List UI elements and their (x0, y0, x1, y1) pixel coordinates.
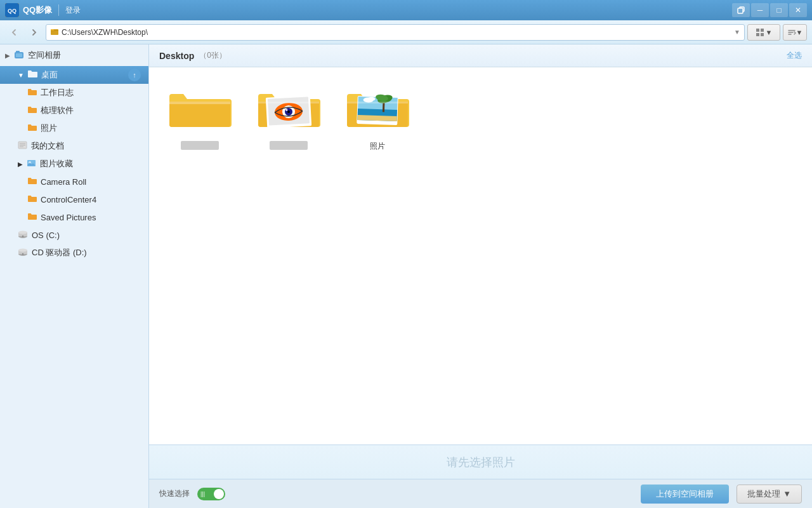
folder-name-1 (181, 141, 219, 150)
forward-button[interactable] (25, 24, 43, 41)
toggle-knob (214, 489, 224, 499)
desktop-folder-icon (28, 70, 37, 80)
cloud-album-toggle-icon: ▶ (5, 52, 10, 59)
svg-rect-9 (16, 51, 20, 53)
sidebar-item-cloud-album[interactable]: ▶ 空间相册 (0, 44, 148, 66)
desktop-expand-icon: ▼ (18, 72, 24, 79)
sidebar-item-work-log[interactable]: 工作日志 (0, 84, 148, 102)
cd-d-icon (18, 248, 28, 258)
app-title: QQ影像 (23, 4, 52, 16)
photos-label: 照片 (41, 123, 57, 134)
saved-pictures-label: Saved Pictures (41, 213, 96, 222)
os-c-label: OS (C:) (32, 231, 60, 240)
address-input[interactable] (62, 28, 731, 37)
titlebar: QQ QQ影像 登录 ─ □ ✕ (0, 0, 812, 20)
content-header: Desktop （0张） 全选 (149, 44, 812, 67)
svg-rect-7 (761, 33, 764, 36)
toolbar: ▼ ▼ ▼ (0, 20, 812, 44)
sidebar-item-photos[interactable]: 照片 (0, 119, 148, 137)
my-docs-icon (18, 141, 27, 151)
batch-arrow-icon: ▼ (783, 489, 791, 498)
batch-label: 批量处理 (747, 488, 780, 500)
content-grid: 照片 (149, 67, 812, 444)
folder-item-1[interactable] (162, 80, 238, 157)
upload-button[interactable]: 上传到空间相册 (641, 485, 729, 504)
address-icon (50, 27, 59, 37)
sidebar-item-software[interactable]: 梳理软件 (0, 102, 148, 119)
camera-roll-label: Camera Roll (41, 177, 86, 187)
content-count: （0张） (199, 50, 226, 61)
saved-pictures-folder-icon (28, 213, 37, 222)
folder-thumb-2 (257, 85, 320, 136)
address-bar[interactable]: ▼ (46, 24, 745, 41)
sort-button[interactable]: ▼ (783, 24, 807, 41)
login-button[interactable]: 登录 (65, 5, 81, 16)
cd-d-label: CD 驱动器 (D:) (32, 247, 87, 258)
placeholder-text: 请先选择照片 (447, 455, 515, 470)
sidebar-item-cd-d[interactable]: CD 驱动器 (D:) (0, 244, 148, 262)
upload-arrow-button[interactable]: ↑ (128, 69, 141, 81)
bottom-bar: 请先选择照片 快速选择 ||| 上传到空间相册 批量处理 ▼ (149, 444, 812, 508)
svg-rect-6 (756, 33, 759, 36)
folder-item-2[interactable] (251, 80, 327, 157)
camera-roll-folder-icon (28, 177, 37, 187)
sidebar: ▶ 空间相册 ▼ 桌面 ↑ 工作日志 梳理软件 (0, 44, 149, 508)
folder-name-3: 照片 (370, 141, 385, 152)
sidebar-item-camera-roll[interactable]: Camera Roll (0, 173, 148, 190)
sidebar-item-pictures-collection[interactable]: ▶ 图片收藏 (0, 155, 148, 173)
folder-item-3[interactable]: 照片 (339, 80, 416, 157)
control-center-folder-icon (28, 195, 37, 204)
select-all-button[interactable]: 全选 (787, 50, 802, 61)
svg-point-21 (18, 248, 27, 251)
folder-thumb-1 (168, 85, 232, 136)
quick-select-toggle[interactable]: ||| (197, 488, 225, 500)
software-folder-icon (28, 106, 37, 116)
folder-thumb-3 (346, 85, 409, 136)
close-button[interactable]: ✕ (789, 3, 807, 17)
app-logo: QQ (5, 3, 19, 17)
svg-point-18 (22, 235, 23, 236)
svg-text:QQ: QQ (8, 8, 16, 14)
restore-button[interactable] (732, 3, 750, 17)
sidebar-item-control-center[interactable]: ControlCenter4 (0, 190, 148, 208)
maximize-button[interactable]: □ (770, 3, 788, 17)
sidebar-item-my-docs[interactable]: 我的文档 (0, 137, 148, 155)
svg-point-17 (18, 231, 27, 234)
photos-folder-icon (28, 124, 37, 133)
back-button[interactable] (5, 24, 23, 41)
svg-rect-5 (761, 29, 764, 32)
window-controls: ─ □ ✕ (732, 3, 807, 17)
minimize-button[interactable]: ─ (751, 3, 769, 17)
work-log-label: 工作日志 (41, 87, 74, 98)
svg-rect-2 (738, 8, 743, 13)
sort-arrow-icon: ▼ (796, 29, 803, 36)
main-layout: ▶ 空间相册 ▼ 桌面 ↑ 工作日志 梳理软件 (0, 44, 812, 508)
svg-point-22 (22, 253, 23, 254)
control-center-label: ControlCenter4 (41, 195, 96, 204)
quick-select-label: 快速选择 (159, 488, 190, 499)
my-docs-label: 我的文档 (31, 140, 64, 152)
bottom-placeholder: 请先选择照片 (149, 445, 812, 479)
pictures-collection-label: 图片收藏 (40, 158, 73, 170)
sidebar-item-os-c[interactable]: OS (C:) (0, 226, 148, 244)
sidebar-item-desktop[interactable]: ▼ 桌面 ↑ (0, 66, 148, 84)
desktop-label: 桌面 (41, 69, 58, 81)
work-log-folder-icon (28, 88, 37, 98)
content-area: Desktop （0张） 全选 (149, 44, 812, 508)
toggle-text-icon: ||| (200, 491, 205, 497)
pictures-collection-expand-icon: ▶ (18, 161, 23, 168)
folder-name-2 (270, 141, 308, 150)
address-dropdown-icon[interactable]: ▼ (734, 29, 740, 36)
pictures-collection-icon (27, 159, 36, 169)
svg-rect-10 (16, 53, 22, 57)
content-title: Desktop (159, 51, 194, 61)
view-label: ▼ (766, 29, 773, 36)
sidebar-item-saved-pictures[interactable]: Saved Pictures (0, 208, 148, 226)
bottom-actions: 快速选择 ||| 上传到空间相册 批量处理 ▼ (149, 479, 812, 508)
os-c-icon (18, 230, 28, 241)
view-button[interactable]: ▼ (747, 24, 780, 41)
cloud-album-label: 空间相册 (28, 50, 61, 61)
batch-button[interactable]: 批量处理 ▼ (737, 485, 802, 504)
cloud-album-icon (14, 50, 24, 62)
title-divider (58, 4, 59, 16)
